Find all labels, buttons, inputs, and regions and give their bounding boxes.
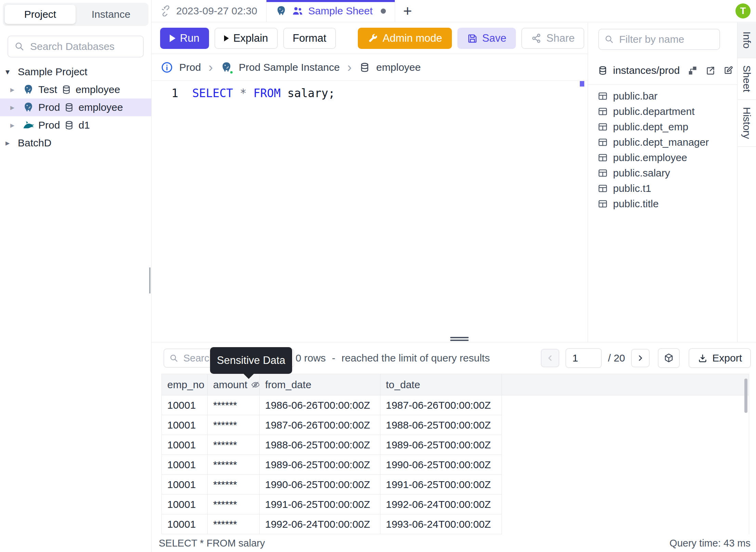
masked-cell[interactable]: ******	[208, 475, 260, 495]
table-filter[interactable]	[598, 29, 720, 50]
table-icon	[598, 137, 608, 147]
tables-list: public.bar public.department public.dept…	[588, 88, 737, 211]
masked-cell[interactable]: ******	[208, 455, 260, 475]
export-button[interactable]: Export	[689, 348, 751, 368]
results-scrollbar[interactable]	[744, 379, 747, 413]
table-item[interactable]: public.employee	[588, 150, 737, 165]
caret-right-icon[interactable]: ▸	[10, 103, 18, 112]
filter-by-name-input[interactable]	[618, 33, 714, 45]
instance-status-dot	[229, 70, 234, 75]
explain-button[interactable]: Explain	[214, 28, 278, 49]
sql-editor[interactable]: 1 SELECT * FROM salary;	[152, 81, 588, 342]
column-header-from-date[interactable]: from_date	[260, 374, 380, 395]
column-header-to-date[interactable]: to_date	[380, 374, 502, 395]
tree-db-prod-d1[interactable]: ▸ Prod d1	[0, 116, 151, 134]
scrollbar-marker	[580, 81, 584, 87]
postgres-icon	[220, 61, 233, 74]
table-icon	[598, 106, 608, 117]
column-header-emp-no[interactable]: emp_no	[162, 374, 208, 395]
table-item[interactable]: public.bar	[588, 88, 737, 104]
table-item[interactable]: public.dept_manager	[588, 134, 737, 150]
column-header-trailing	[502, 374, 749, 395]
limit-note: reached the limit of query results	[341, 352, 490, 364]
results-resize-handle[interactable]	[450, 337, 469, 342]
tree-project-batchd[interactable]: ▸ BatchD	[0, 134, 151, 152]
tree-db-prod-employee[interactable]: ▸ Prod employee	[0, 98, 151, 116]
edit-icon[interactable]	[723, 65, 733, 76]
masked-cell[interactable]: ******	[208, 435, 260, 455]
table-icon	[598, 168, 608, 178]
table-icon	[598, 91, 608, 101]
members-icon	[292, 5, 303, 17]
cube-icon	[663, 353, 674, 364]
admin-mode-button[interactable]: Admin mode	[358, 28, 452, 49]
run-button[interactable]: Run	[160, 28, 209, 49]
table-row[interactable]: 10001 ****** 1986-06-26T00:00:00Z 1987-0…	[162, 395, 749, 415]
chevron-right-icon: ›	[207, 61, 214, 74]
breadcrumb-environment[interactable]: Prod	[179, 62, 201, 73]
next-page-button[interactable]	[631, 349, 650, 367]
caret-down-icon[interactable]: ▾	[5, 67, 14, 77]
caret-right-icon[interactable]: ▸	[10, 85, 18, 94]
page-total: / 20	[608, 352, 625, 364]
search-databases-input[interactable]	[29, 40, 137, 53]
breadcrumb: Prod › Prod Sample Instance › employee	[152, 54, 588, 81]
sheet-tab-bar: 2023-09-27 02:30 Sample Sheet + T	[152, 0, 756, 22]
play-icon	[170, 35, 175, 42]
rail-tab-history[interactable]: History	[738, 100, 756, 147]
caret-right-icon[interactable]: ▸	[10, 120, 18, 130]
instance-path: instances/prod	[613, 65, 680, 76]
eye-off-icon[interactable]	[251, 380, 259, 390]
database-search[interactable]	[8, 36, 144, 57]
page-number-input[interactable]	[565, 348, 602, 368]
masked-cell[interactable]: ******	[208, 495, 260, 514]
external-link-icon[interactable]	[705, 65, 716, 76]
table-item[interactable]: public.title	[588, 196, 737, 211]
table-item[interactable]: public.salary	[588, 165, 737, 181]
empty-area	[502, 395, 749, 534]
env-label: Prod	[38, 102, 60, 113]
visualize-button[interactable]	[658, 348, 680, 368]
tab-project[interactable]: Project	[5, 5, 76, 24]
sidebar-mode-tabs: Project Instance	[3, 3, 148, 26]
postgres-icon	[23, 102, 34, 113]
results-summary: 0 rows - reached the limit of query resu…	[296, 352, 490, 364]
table-icon	[598, 122, 608, 132]
table-item[interactable]: public.department	[588, 104, 737, 119]
tree-db-test-employee[interactable]: ▸ Test employee	[0, 81, 151, 98]
sheet-tab-unsaved[interactable]: 2023-09-27 02:30	[152, 0, 266, 22]
env-label: Test	[38, 84, 57, 95]
search-icon	[169, 354, 179, 363]
masked-cell[interactable]: ******	[208, 514, 260, 534]
table-item[interactable]: public.dept_emp	[588, 119, 737, 134]
rail-tab-info[interactable]: Info	[738, 23, 756, 58]
play-icon	[224, 35, 229, 41]
table-item[interactable]: public.t1	[588, 181, 737, 196]
database-icon	[359, 62, 370, 73]
info-icon[interactable]	[161, 61, 173, 74]
search-icon	[14, 41, 25, 52]
avatar[interactable]: T	[735, 3, 751, 18]
prev-page-button[interactable]	[541, 349, 559, 367]
format-button[interactable]: Format	[283, 28, 336, 49]
share-button[interactable]: Share	[521, 28, 584, 49]
masked-cell[interactable]: ******	[208, 415, 260, 435]
sheet-tab-active[interactable]: Sample Sheet	[266, 0, 395, 22]
unsaved-indicator	[381, 9, 386, 14]
project-label: Sample Project	[18, 66, 87, 78]
masked-cell[interactable]: ******	[208, 395, 260, 415]
database-label: employee	[78, 102, 123, 113]
table-icon	[598, 183, 608, 194]
database-label: d1	[78, 119, 90, 131]
postgres-icon	[275, 5, 287, 17]
breadcrumb-database[interactable]: employee	[376, 62, 421, 73]
new-sheet-button[interactable]: +	[395, 0, 420, 22]
schema-diagram-icon[interactable]	[688, 65, 698, 76]
rail-tab-sheet[interactable]: Sheet	[738, 58, 756, 100]
sql-line[interactable]: 1 SELECT * FROM salary;	[152, 87, 335, 100]
caret-right-icon[interactable]: ▸	[5, 138, 14, 148]
tab-instance[interactable]: Instance	[76, 5, 146, 24]
save-button[interactable]: Save	[457, 28, 516, 49]
breadcrumb-instance[interactable]: Prod Sample Instance	[239, 62, 340, 73]
tree-project-sample[interactable]: ▾ Sample Project	[0, 63, 151, 81]
